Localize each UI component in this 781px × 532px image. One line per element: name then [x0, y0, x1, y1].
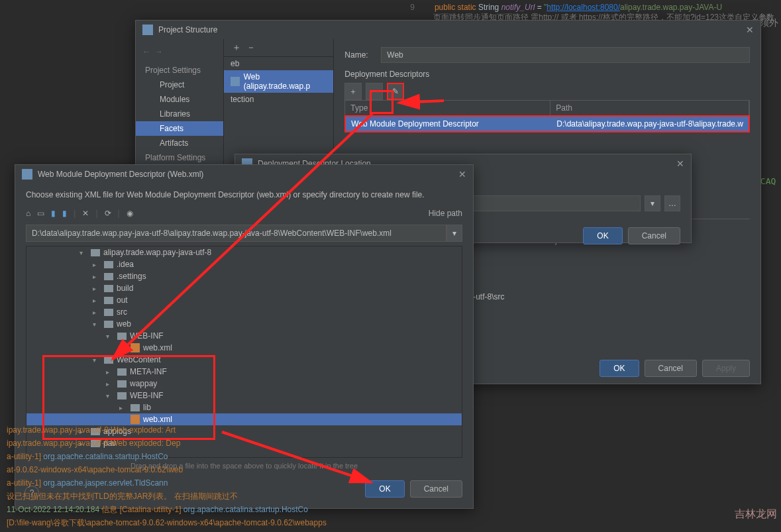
- remove-dd-button[interactable]: －: [366, 83, 383, 100]
- td-path: D:\data\alipay.trade.wap.pay-java-utf-8\…: [551, 117, 749, 131]
- folder-icon: [104, 356, 113, 364]
- folder-icon: [117, 392, 127, 399]
- folder-icon: [104, 261, 113, 268]
- app-icon: [22, 169, 32, 180]
- browse-button[interactable]: …: [664, 195, 680, 211]
- nav-forward-icon[interactable]: →: [155, 47, 163, 56]
- tree-row[interactable]: ▾web: [26, 318, 462, 330]
- tree-item[interactable]: tection: [224, 93, 333, 106]
- console-output: ipay.trade.wap.pay-java-utf-8:Web explod…: [0, 421, 781, 532]
- project-icon[interactable]: ▮: [51, 209, 56, 218]
- sidebar-item-facets[interactable]: Facets: [136, 121, 223, 136]
- tree-row[interactable]: ▸build: [26, 282, 462, 294]
- watermark: 吉林龙网: [735, 507, 777, 521]
- folder-icon: [117, 380, 127, 388]
- folder-icon: [104, 285, 113, 292]
- folder-icon: [117, 333, 127, 340]
- tree-row[interactable]: ▾WEB-INF: [26, 330, 462, 342]
- tree-item-web[interactable]: Web (alipay.trade.wap.p: [224, 70, 333, 93]
- ok-button[interactable]: OK: [583, 227, 622, 244]
- tree-item[interactable]: eb: [224, 57, 333, 70]
- dialog-title: Project Structure: [158, 25, 217, 34]
- show-hidden-icon[interactable]: ◉: [127, 209, 133, 218]
- hide-path-link[interactable]: Hide path: [429, 209, 462, 218]
- tree-row[interactable]: ▸out: [26, 294, 462, 306]
- close-icon[interactable]: ✕: [458, 169, 466, 180]
- apply-button[interactable]: Apply: [702, 360, 750, 377]
- dialog-description: Choose existing XML file for Web Module …: [26, 190, 462, 199]
- dd-table-header: Type Path: [344, 100, 750, 115]
- folder-icon: [104, 309, 113, 316]
- app-icon: [142, 25, 153, 35]
- tree-row[interactable]: ▾alipay.trade.wap.pay-java-utf-8: [26, 246, 462, 258]
- dd-section-title: Deployment Descriptors: [344, 70, 750, 79]
- web-icon: [231, 77, 240, 86]
- tree-row[interactable]: ▾WebContent: [26, 354, 462, 366]
- sidebar-item-artifacts[interactable]: Artifacts: [136, 136, 223, 150]
- folder-icon: [104, 273, 113, 280]
- folder-icon: [104, 297, 113, 304]
- tree-row[interactable]: ▸wappay: [26, 378, 462, 390]
- close-icon[interactable]: ✕: [676, 158, 684, 169]
- nav-back-icon[interactable]: ←: [142, 47, 150, 56]
- xml-file-icon: [130, 343, 140, 352]
- sidebar-section: Project Settings: [136, 63, 223, 78]
- sidebar-section-platform: Platform Settings: [136, 150, 223, 165]
- tree-row[interactable]: ▸lib: [26, 401, 462, 413]
- edit-dd-button[interactable]: ✎: [387, 83, 404, 100]
- folder-icon: [130, 404, 140, 411]
- sidebar-item-modules[interactable]: Modules: [136, 92, 223, 107]
- th-type: Type: [345, 101, 550, 115]
- refresh-icon[interactable]: ⟳: [105, 209, 111, 218]
- add-dd-button[interactable]: ＋: [344, 83, 362, 100]
- cancel-button[interactable]: Cancel: [645, 360, 697, 377]
- sidebar-item-libraries[interactable]: Libraries: [136, 107, 223, 121]
- dd-table-row[interactable]: Web Module Deployment Descriptor D:\data…: [344, 115, 750, 133]
- remove-facet-icon[interactable]: －: [246, 42, 256, 52]
- tree-row[interactable]: web.xml: [26, 342, 462, 354]
- tree-row[interactable]: ▸.idea: [26, 258, 462, 270]
- path-input[interactable]: [26, 225, 446, 242]
- desktop-icon[interactable]: ▭: [37, 209, 44, 218]
- cancel-button[interactable]: Cancel: [628, 227, 680, 244]
- file-toolbar: ⌂ ▭ ▮ ▮ | ✕ | ⟳ | ◉ Hide path: [26, 206, 462, 221]
- tree-row[interactable]: ▸src: [26, 306, 462, 318]
- folder-icon: [104, 321, 113, 328]
- name-input[interactable]: [381, 47, 750, 63]
- folder-icon: [117, 368, 127, 376]
- sidebar-item-project[interactable]: Project: [136, 78, 223, 92]
- tree-row[interactable]: ▸META-INF: [26, 366, 462, 378]
- add-facet-icon[interactable]: ＋: [232, 42, 241, 52]
- dialog-title: Web Module Deployment Descriptor (Web.xm…: [38, 170, 203, 179]
- name-label: Name:: [344, 50, 381, 60]
- path-dropdown-icon[interactable]: ▾: [446, 225, 462, 242]
- tree-row[interactable]: ▾WEB-INF: [26, 390, 462, 401]
- folder-icon: [91, 249, 100, 256]
- dialog-titlebar: Project Structure ✕: [136, 21, 760, 39]
- delete-icon[interactable]: ✕: [82, 209, 89, 218]
- dropdown-icon[interactable]: ▾: [645, 195, 660, 211]
- tree-row[interactable]: ▸.settings: [26, 270, 462, 282]
- td-type: Web Module Deployment Descriptor: [346, 117, 551, 131]
- home-icon[interactable]: ⌂: [26, 209, 30, 218]
- close-icon[interactable]: ✕: [746, 25, 754, 35]
- new-folder-icon[interactable]: ▮: [62, 209, 67, 218]
- th-path: Path: [550, 101, 749, 115]
- ok-button[interactable]: OK: [599, 360, 639, 377]
